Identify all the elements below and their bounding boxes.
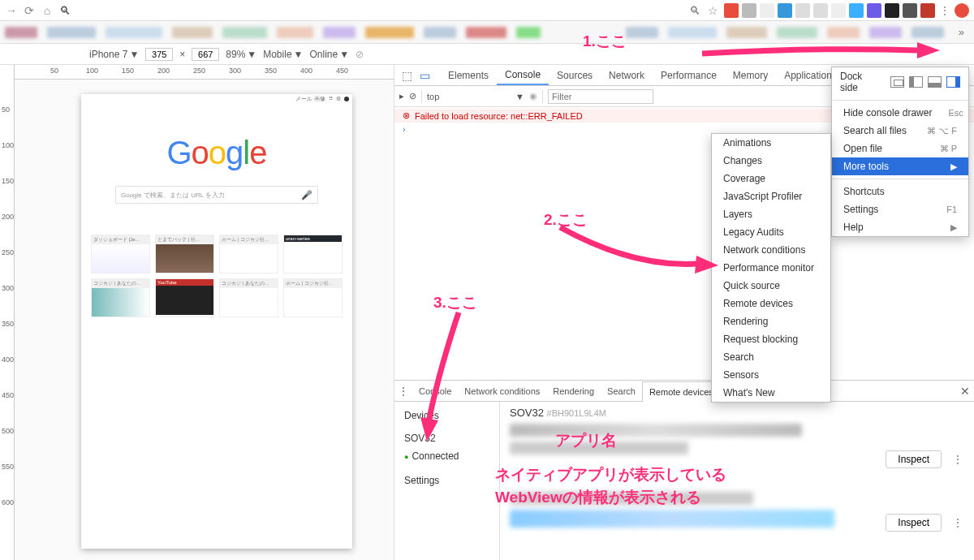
settings-item[interactable]: Settings — [404, 472, 489, 489]
menu-help[interactable]: Help▶ — [832, 218, 968, 236]
avatar-icon[interactable] — [955, 3, 969, 18]
inspect-element-icon[interactable]: ⬚ — [398, 67, 416, 84]
search-icon: 🔍︎ — [58, 4, 71, 17]
device-status: Connected — [404, 447, 489, 465]
menu-quick-source[interactable]: Quick source — [712, 277, 830, 295]
drawer-tab-search[interactable]: Search — [601, 381, 642, 401]
thumb[interactable]: YouTube — [155, 278, 214, 317]
camera-icon[interactable] — [742, 3, 756, 18]
device-select[interactable]: iPhone 7 ▼ — [89, 49, 139, 60]
google-search-box[interactable]: Google で検索、または URL を入力 🎤 — [115, 186, 318, 204]
thumb[interactable]: コジカジ | あなたの... — [219, 278, 278, 317]
menu-js-profiler[interactable]: JavaScript Profiler — [712, 187, 830, 205]
close-icon[interactable]: ✕ — [956, 382, 974, 400]
menu-whats-new[interactable]: What's New — [712, 384, 830, 402]
more-tools-submenu: Animations Changes Coverage JavaScript P… — [711, 133, 831, 403]
reload-icon[interactable]: ⟳ — [23, 4, 36, 17]
ruler-horizontal: 50100 150200 250300 350400 450 — [15, 65, 394, 80]
thumb[interactable]: oran-series — [283, 235, 343, 274]
extension-icon[interactable] — [831, 3, 846, 18]
extension-icon[interactable] — [778, 3, 792, 18]
context-select[interactable]: top▼ — [427, 92, 524, 101]
thumb[interactable]: とまてパック | 社... — [155, 235, 214, 274]
thumb[interactable]: コジカジ | あなたの... — [91, 278, 150, 317]
error-icon: ⊗ — [403, 110, 410, 121]
menu-shortcuts[interactable]: Shortcuts — [832, 183, 968, 200]
device-mode-icon[interactable]: ▭ — [416, 67, 433, 84]
extension-icon[interactable] — [724, 3, 739, 18]
extension-icon[interactable] — [920, 3, 935, 18]
dock-side-row: Dock side — [832, 67, 968, 97]
menu-legacy-audits[interactable]: Legacy Audits — [712, 223, 830, 241]
kebab-icon[interactable]: ⋮ — [938, 4, 951, 17]
thumb[interactable]: ホーム | コジカジ社... — [219, 235, 278, 274]
menu-rendering[interactable]: Rendering — [712, 312, 830, 330]
eye-icon[interactable]: ◉ — [529, 91, 537, 101]
dock-left-icon[interactable] — [909, 76, 923, 88]
devtools-main-menu: Dock side Hide console drawerEsc Search … — [831, 67, 969, 237]
menu-sensors[interactable]: Sensors — [712, 366, 830, 384]
kebab-icon[interactable]: ⋮ — [394, 382, 412, 400]
extension-icon[interactable] — [849, 3, 864, 18]
tab-sources[interactable]: Sources — [549, 65, 601, 85]
mic-icon[interactable]: 🎤 — [301, 190, 312, 200]
menu-search-files[interactable]: Search all files⌘ ⌥ F — [832, 122, 968, 140]
extension-icon[interactable] — [813, 3, 828, 18]
online-select[interactable]: Online ▼ — [309, 49, 349, 60]
inspect-button[interactable]: Inspect — [886, 450, 942, 468]
sidebar-toggle-icon[interactable]: ▸ — [399, 91, 404, 101]
filter-input[interactable] — [548, 89, 653, 104]
menu-layers[interactable]: Layers — [712, 205, 830, 223]
kebab-icon[interactable]: ⋮ — [953, 454, 963, 465]
tab-console[interactable]: Console — [497, 65, 549, 85]
tab-elements[interactable]: Elements — [440, 65, 497, 85]
menu-settings[interactable]: SettingsF1 — [832, 200, 968, 218]
tab-network[interactable]: Network — [601, 65, 653, 85]
device-item[interactable]: SOV32 — [404, 429, 489, 447]
inspect-button[interactable]: Inspect — [886, 514, 942, 532]
menu-hide-drawer[interactable]: Hide console drawerEsc — [832, 104, 968, 122]
drawer-tab-rendering[interactable]: Rendering — [546, 381, 601, 401]
remote-devices-main: SOV32 #BH901L9L4M Inspect ⋮ Inspect ⋮ — [500, 402, 974, 560]
kebab-icon[interactable]: ⋮ — [953, 517, 963, 528]
clear-icon[interactable]: ⊘ — [409, 91, 416, 101]
tab-performance[interactable]: Performance — [653, 65, 725, 85]
dock-undock-icon[interactable] — [890, 76, 904, 88]
extension-icon[interactable] — [867, 3, 881, 18]
menu-network-conditions[interactable]: Network conditions — [712, 241, 830, 259]
menu-more-tools[interactable]: More tools▶ — [832, 157, 968, 175]
extension-icon[interactable] — [885, 3, 899, 18]
menu-changes[interactable]: Changes — [712, 152, 830, 170]
menu-open-file[interactable]: Open file⌘ P — [832, 140, 968, 157]
menu-request-blocking[interactable]: Request blocking — [712, 330, 830, 348]
home-icon[interactable]: ⌂ — [41, 4, 54, 17]
height-input[interactable] — [192, 48, 219, 61]
menu-search[interactable]: Search — [712, 348, 830, 366]
forward-icon[interactable]: → — [5, 4, 18, 17]
thumb[interactable]: ホーム | コジカジ社... — [283, 278, 343, 317]
menu-coverage[interactable]: Coverage — [712, 170, 830, 187]
menu-remote-devices[interactable]: Remote devices — [712, 295, 830, 312]
menu-animations[interactable]: Animations — [712, 134, 830, 152]
zoom-select[interactable]: 89% ▼ — [226, 49, 256, 60]
extension-icon[interactable] — [760, 3, 774, 18]
dock-bottom-icon[interactable] — [928, 76, 942, 88]
zoom-icon[interactable]: 🔍︎ — [688, 4, 701, 17]
tab-memory[interactable]: Memory — [725, 65, 776, 85]
width-input[interactable] — [145, 48, 173, 61]
url-input[interactable] — [76, 2, 683, 18]
drawer-tab-network-conditions[interactable]: Network conditions — [458, 381, 546, 401]
extension-icon[interactable] — [795, 3, 810, 18]
star-icon[interactable]: ☆ — [706, 4, 719, 17]
dock-right-icon[interactable] — [946, 76, 960, 88]
thumb[interactable]: ダッシュボード [Je... — [91, 235, 150, 274]
most-visited-grid: ダッシュボード [Je... とまてパック | 社... ホーム | コジカジ社… — [91, 235, 343, 317]
drawer-tab-console[interactable]: Console — [412, 381, 458, 401]
rotate-icon[interactable]: ⊘ — [356, 49, 364, 60]
menu-performance-monitor[interactable]: Performance monitor — [712, 259, 830, 277]
google-logo: Google — [81, 135, 352, 171]
throttle-select[interactable]: Mobile ▼ — [263, 49, 303, 60]
extension-icon[interactable] — [903, 3, 917, 18]
overflow-icon[interactable]: » — [954, 26, 969, 38]
bookmarks-bar: » — [0, 21, 974, 44]
